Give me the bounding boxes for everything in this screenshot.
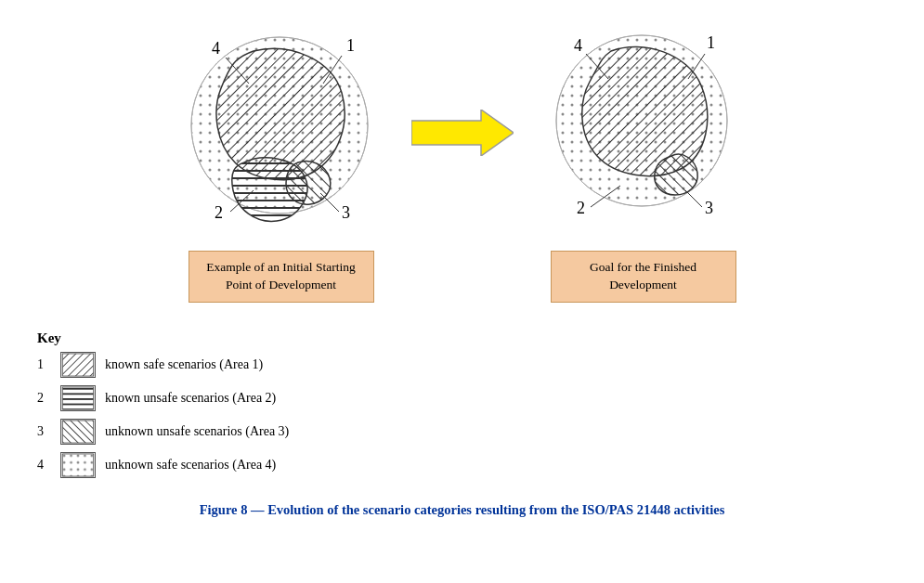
key-label-4: unknown safe scenarios (Area 4) [105, 458, 276, 473]
key-number-2: 2 [37, 391, 60, 406]
right-label-3: 3 [705, 199, 713, 217]
left-diagram-container: 4 1 2 3 Example of an Initial Starting P… [161, 19, 402, 303]
left-label-2: 2 [215, 203, 223, 222]
svg-rect-20 [62, 354, 93, 376]
left-label-1: 1 [346, 36, 355, 55]
key-title: Key [37, 330, 905, 346]
key-number-4: 4 [37, 458, 60, 473]
right-diagram-container: 4 1 2 3 Goal for the Finished Developmen… [523, 19, 764, 303]
right-caption-text: Goal for the Finished Development [590, 260, 696, 292]
svg-rect-26 [62, 454, 93, 476]
svg-rect-24 [62, 421, 93, 443]
right-label-2: 2 [577, 199, 585, 217]
right-label-1: 1 [707, 33, 715, 52]
key-symbol-3 [60, 419, 96, 445]
svg-line-18 [685, 190, 702, 207]
svg-marker-12 [411, 110, 514, 156]
left-label-4: 4 [212, 39, 220, 58]
left-caption-text: Example of an Initial Starting Point of … [206, 260, 355, 292]
key-number-3: 3 [37, 424, 60, 439]
figure-caption: Figure 8 — Evolution of the scenario cat… [28, 502, 896, 518]
key-symbol-1 [60, 352, 96, 378]
key-number-1: 1 [37, 357, 60, 372]
right-caption-box: Goal for the Finished Development [551, 251, 736, 303]
key-label-1: known safe scenarios (Area 1) [105, 357, 263, 372]
arrow-container [411, 110, 514, 212]
arrow-svg [411, 110, 514, 156]
svg-rect-22 [62, 387, 93, 409]
key-section: Key 1 known safe scenarios (Area 1) 2 [37, 330, 905, 486]
key-symbol-4 [60, 452, 96, 478]
right-label-4: 4 [574, 36, 582, 55]
left-caption-box: Example of an Initial Starting Point of … [189, 251, 374, 303]
key-label-2: known unsafe scenarios (Area 2) [105, 391, 276, 406]
key-item-3: 3 unknown unsafe scenarios (Area 3) [37, 419, 905, 445]
key-item-4: 4 unknown safe scenarios (Area 4) [37, 452, 905, 478]
key-label-3: unknown unsafe scenarios (Area 3) [105, 424, 289, 439]
right-diagram-svg: 4 1 2 3 [523, 19, 764, 241]
page-content: 4 1 2 3 Example of an Initial Starting P… [28, 19, 896, 518]
left-label-3: 3 [342, 203, 350, 222]
key-item-1: 1 known safe scenarios (Area 1) [37, 352, 905, 378]
diagrams-row: 4 1 2 3 Example of an Initial Starting P… [28, 19, 896, 303]
key-symbol-2 [60, 385, 96, 411]
key-item-2: 2 known unsafe scenarios (Area 2) [37, 385, 905, 411]
left-diagram-svg: 4 1 2 3 [161, 19, 402, 241]
